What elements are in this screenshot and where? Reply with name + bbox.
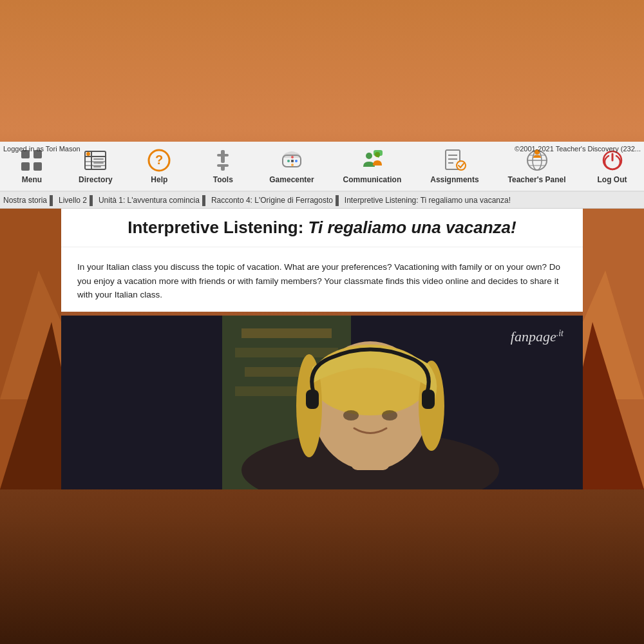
svg-point-22 <box>295 160 298 162</box>
breadcrumb-item-2[interactable]: Livello 2 <box>59 196 87 205</box>
video-area[interactable]: fanpage.it <box>61 316 583 489</box>
svg-point-9 <box>86 152 90 156</box>
svg-point-64 <box>382 410 397 421</box>
directory-icon <box>83 148 108 173</box>
svg-rect-65 <box>306 390 319 409</box>
page-title-static: Interpretive Listening: <box>128 218 308 237</box>
nav-label-menu: Menu <box>22 175 42 184</box>
content-description: In your Italian class you discuss the to… <box>77 260 567 302</box>
page-title: Interpretive Listening: Ti regaliamo una… <box>128 218 516 238</box>
video-frame <box>61 316 583 489</box>
tools-icon <box>211 148 235 173</box>
logged-in-text: Logged in as Tori Mason <box>3 145 80 153</box>
breadcrumb-sep-3: ▌ <box>202 195 209 205</box>
svg-rect-17 <box>217 154 229 156</box>
nav-item-help[interactable]: ? Help <box>137 145 182 187</box>
assignments-icon <box>442 148 467 173</box>
nav-label-tools: Tools <box>213 175 233 184</box>
fanpage-text: fanpage <box>511 328 556 345</box>
nav-label-directory: Directory <box>79 175 113 184</box>
svg-rect-2 <box>21 162 30 171</box>
fanpage-watermark: fanpage.it <box>511 328 564 345</box>
breadcrumb-item-1[interactable]: Nostra storia <box>3 196 47 205</box>
svg-rect-3 <box>33 162 42 171</box>
video-player[interactable]: fanpage.it <box>61 316 583 489</box>
svg-rect-11 <box>93 162 104 164</box>
nav-label-communication: Communication <box>343 175 402 184</box>
copyright-text: ©2001-2021 Teacher's Discovery (232... <box>515 145 641 153</box>
svg-rect-24 <box>291 160 294 162</box>
breadcrumb-item-5[interactable]: Interpretive Listening: Ti regaliamo una… <box>345 196 511 205</box>
svg-point-20 <box>287 160 290 162</box>
svg-point-63 <box>343 410 359 421</box>
nav-item-assignments[interactable]: Assignments <box>425 145 484 187</box>
breadcrumb-sep-4: ▌ <box>336 195 342 205</box>
breadcrumb-bar: Nostra storia ▌ Livello 2 ▌ Unità 1: L'a… <box>0 192 644 209</box>
nav-label-assignments: Assignments <box>430 175 478 184</box>
svg-rect-54 <box>235 348 338 357</box>
svg-rect-50 <box>583 206 644 489</box>
breadcrumb-sep-2: ▌ <box>90 195 96 205</box>
nav-label-teachers-panel: Teacher's Panel <box>508 175 566 184</box>
help-icon: ? <box>147 148 171 173</box>
nav-item-gamecenter[interactable]: Gamecenter <box>264 145 319 187</box>
svg-marker-28 <box>375 156 380 158</box>
communication-icon <box>360 148 384 173</box>
breadcrumb-item-3[interactable]: Unità 1: L'avventura comincia <box>99 196 200 205</box>
nav-label-help: Help <box>151 175 167 184</box>
svg-rect-53 <box>242 328 332 338</box>
page-title-italic: Ti regaliamo una vacanza! <box>308 218 516 237</box>
fanpage-it-text: .it <box>556 328 564 338</box>
gamecenter-icon <box>279 148 304 173</box>
svg-rect-66 <box>422 390 435 409</box>
nav-item-tools[interactable]: Tools <box>200 145 245 187</box>
mountain-right <box>583 206 644 489</box>
svg-rect-45 <box>0 206 61 489</box>
nav-item-communication[interactable]: Communication <box>338 145 407 187</box>
svg-rect-27 <box>374 150 383 156</box>
breadcrumb-sep-1: ▌ <box>50 195 56 205</box>
content-body: In your Italian class you discuss the to… <box>61 247 583 312</box>
svg-rect-10 <box>93 158 104 160</box>
svg-point-25 <box>366 153 372 159</box>
mountain-left <box>0 206 61 489</box>
nav-label-logout: Log Out <box>598 175 627 184</box>
svg-rect-12 <box>93 166 101 167</box>
page-title-area: Interpretive Listening: Ti regaliamo una… <box>61 209 583 247</box>
nav-label-gamecenter: Gamecenter <box>269 175 314 184</box>
svg-rect-18 <box>217 164 229 167</box>
svg-text:?: ? <box>155 153 163 167</box>
breadcrumb-item-4[interactable]: Racconto 4: L'Origine di Ferragosto <box>211 196 333 205</box>
svg-point-23 <box>291 164 294 166</box>
